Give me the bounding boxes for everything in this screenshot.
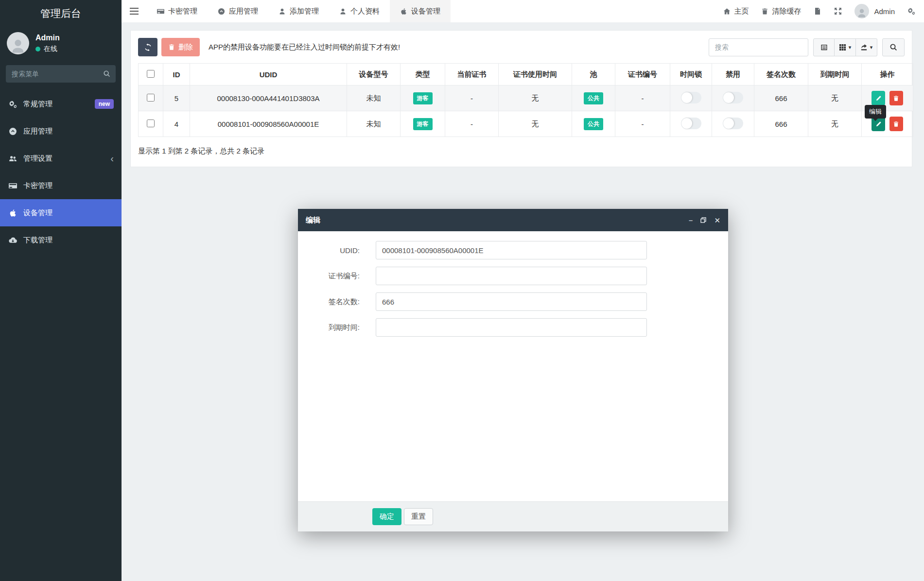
sidebar-item-cards[interactable]: 卡密管理 bbox=[0, 172, 122, 199]
sidebar-item-label: 管理设置 bbox=[23, 154, 52, 163]
sidebar-item-label: 下载管理 bbox=[23, 236, 52, 245]
online-dot-icon bbox=[35, 47, 40, 51]
refresh-button[interactable] bbox=[138, 38, 157, 56]
export-button[interactable]: ▾ bbox=[856, 38, 877, 56]
minimize-icon[interactable]: − bbox=[689, 217, 693, 224]
pool-badge: 公共 bbox=[584, 92, 603, 104]
topbar-tabs: 卡密管理 应用管理 添加管理 个人资料 设备管理 bbox=[147, 0, 451, 22]
cert-no-field[interactable] bbox=[376, 267, 647, 285]
sidebar-nav: 常规管理 new 应用管理 管理设置 ‹ 卡密管理 设备管理 bbox=[0, 90, 122, 254]
cell-cert-time: 无 bbox=[499, 111, 572, 137]
hamburger-menu-icon[interactable] bbox=[122, 0, 147, 22]
confirm-button[interactable]: 确定 bbox=[372, 508, 401, 525]
edit-button[interactable] bbox=[872, 91, 885, 105]
chevron-left-icon: ‹ bbox=[110, 154, 114, 163]
table-row: 4 00008101-000908560A00001E 未知 游客 - 无 公共… bbox=[139, 111, 913, 137]
topbar-user-name: Admin bbox=[874, 7, 895, 16]
sidebar-item-apps[interactable]: 应用管理 bbox=[0, 118, 122, 145]
user-panel: Admin 在线 bbox=[0, 27, 122, 62]
tab-label: 应用管理 bbox=[229, 7, 258, 16]
topbar: 卡密管理 应用管理 添加管理 个人资料 设备管理 bbox=[122, 0, 924, 22]
header-select bbox=[139, 64, 163, 85]
time-lock-toggle[interactable] bbox=[681, 92, 701, 103]
tab-add-admin[interactable]: 添加管理 bbox=[268, 0, 329, 22]
gears-icon[interactable] bbox=[907, 7, 915, 15]
disable-toggle[interactable] bbox=[723, 92, 743, 103]
tab-label: 添加管理 bbox=[290, 7, 319, 16]
cell-id: 4 bbox=[163, 111, 190, 137]
header-type: 类型 bbox=[401, 64, 445, 85]
sign-count-field[interactable] bbox=[376, 292, 647, 311]
avatar bbox=[7, 32, 29, 54]
user-icon bbox=[339, 8, 347, 15]
detail-view-button[interactable] bbox=[813, 38, 835, 56]
sidebar-item-devices[interactable]: 设备管理 bbox=[0, 199, 122, 226]
header-disabled: 禁用 bbox=[712, 64, 754, 85]
tab-devices[interactable]: 设备管理 bbox=[390, 0, 451, 22]
cell-model: 未知 bbox=[347, 111, 401, 137]
clear-cache-label: 清除缓存 bbox=[772, 7, 801, 16]
search-button[interactable] bbox=[882, 38, 905, 56]
cell-udid: 00008101-000908560A00001E bbox=[190, 111, 347, 137]
new-badge: new bbox=[95, 99, 114, 109]
type-badge: 游客 bbox=[413, 118, 433, 130]
sidebar-item-label: 应用管理 bbox=[23, 127, 52, 136]
toolbar-right: ▾ ▾ bbox=[709, 38, 905, 56]
clear-cache-link[interactable]: 清除缓存 bbox=[761, 7, 801, 16]
cert-no-label: 证书编号: bbox=[313, 272, 376, 281]
row-checkbox[interactable] bbox=[147, 94, 155, 102]
tab-cards[interactable]: 卡密管理 bbox=[147, 0, 208, 22]
app-circle-icon bbox=[9, 127, 17, 136]
disable-toggle[interactable] bbox=[723, 118, 743, 129]
time-lock-toggle[interactable] bbox=[681, 118, 701, 129]
form-row: 到期时间: bbox=[313, 318, 714, 337]
row-checkbox[interactable] bbox=[147, 120, 155, 127]
select-all-checkbox[interactable] bbox=[147, 70, 155, 78]
modal-title: 编辑 bbox=[306, 216, 320, 225]
maximize-icon[interactable] bbox=[700, 217, 706, 223]
tab-profile[interactable]: 个人资料 bbox=[329, 0, 390, 22]
cell-type: 游客 bbox=[401, 85, 445, 111]
expire-field[interactable] bbox=[376, 318, 647, 337]
trash-icon bbox=[761, 8, 768, 15]
detail-view-icon bbox=[820, 44, 828, 51]
sidebar-search bbox=[6, 65, 116, 83]
user-name: Admin bbox=[35, 34, 60, 42]
fullscreen-icon[interactable] bbox=[834, 7, 842, 15]
modal-header[interactable]: 编辑 − ✕ bbox=[298, 209, 728, 231]
delete-button-label: 删除 bbox=[178, 43, 193, 52]
apple-icon bbox=[400, 8, 407, 15]
topbar-user[interactable]: Admin bbox=[854, 4, 895, 18]
header-cert: 当前证书 bbox=[445, 64, 499, 85]
home-link[interactable]: 主页 bbox=[723, 7, 749, 16]
tab-apps[interactable]: 应用管理 bbox=[208, 0, 268, 22]
modal-body: UDID: 证书编号: 签名次数: 到期时间: bbox=[298, 231, 728, 501]
sidebar-item-admin-settings[interactable]: 管理设置 ‹ bbox=[0, 145, 122, 172]
columns-button[interactable]: ▾ bbox=[835, 38, 856, 56]
doc-icon[interactable] bbox=[814, 7, 821, 15]
reset-button[interactable]: 重置 bbox=[404, 508, 433, 525]
delete-button[interactable]: 删除 bbox=[161, 38, 200, 56]
header-cert-time: 证书使用时间 bbox=[499, 64, 572, 85]
cell-type: 游客 bbox=[401, 111, 445, 137]
sidebar-search-input[interactable] bbox=[6, 65, 116, 83]
search-icon bbox=[889, 43, 897, 51]
sidebar-item-general[interactable]: 常规管理 new bbox=[0, 90, 122, 118]
topbar-right: 主页 清除缓存 Admin bbox=[723, 0, 924, 22]
cell-sign-count: 666 bbox=[754, 85, 808, 111]
sidebar-item-downloads[interactable]: 下载管理 bbox=[0, 226, 122, 254]
delete-row-button[interactable] bbox=[889, 117, 903, 131]
udid-field[interactable] bbox=[376, 241, 647, 259]
header-udid: UDID bbox=[190, 64, 347, 85]
sign-count-label: 签名次数: bbox=[313, 297, 376, 307]
credit-card-icon bbox=[9, 182, 17, 190]
home-icon bbox=[723, 8, 731, 15]
table-search-input[interactable] bbox=[709, 38, 808, 56]
form-row: 签名次数: bbox=[313, 292, 714, 311]
close-icon[interactable]: ✕ bbox=[714, 217, 720, 224]
cell-udid: 00008130-000A441401D3803A bbox=[190, 85, 347, 111]
cell-id: 5 bbox=[163, 85, 190, 111]
delete-row-button[interactable] bbox=[889, 91, 903, 105]
cell-model: 未知 bbox=[347, 85, 401, 111]
view-button-group: ▾ ▾ bbox=[813, 38, 877, 56]
